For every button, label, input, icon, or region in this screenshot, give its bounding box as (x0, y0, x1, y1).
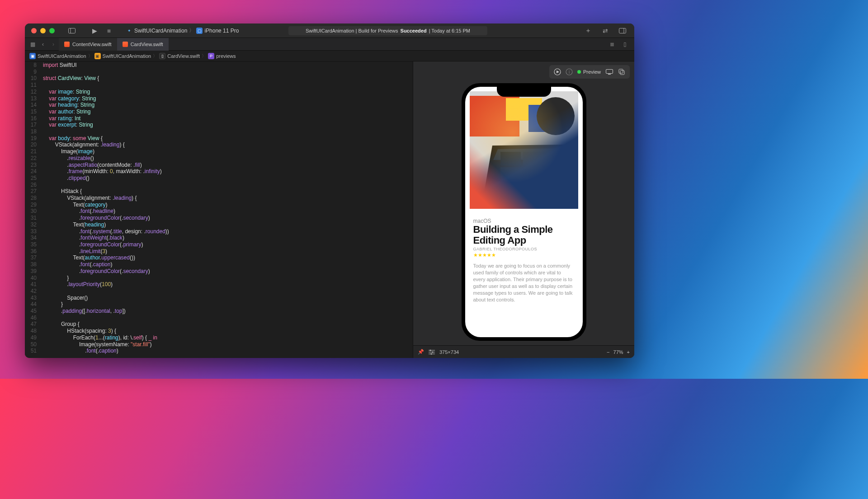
svg-rect-13 (470, 96, 519, 137)
nav-forward[interactable]: › (48, 39, 58, 49)
device-name: iPhone 11 Pro (204, 28, 239, 34)
svg-point-30 (431, 353, 432, 354)
toggle-inspector-icon[interactable] (617, 25, 628, 36)
tab-label: ContentView.swift (72, 42, 112, 47)
line-gutter: 8 9 10 11 12 13 14 15 16 17 18 19 20 21 … (25, 62, 40, 354)
path-bar[interactable]: ▣SwiftUICardAnimation〉 ▣SwiftUICardAnima… (25, 51, 634, 61)
xcode-window: ▶ ■ ✦ SwiftUICardAnimation 〉 ▢ iPhone 11… (25, 24, 634, 358)
titlebar: ▶ ■ ✦ SwiftUICardAnimation 〉 ▢ iPhone 11… (25, 24, 634, 38)
card-author: GABRIEL THEODOROPOULOS (473, 247, 575, 251)
svg-marker-24 (535, 194, 547, 202)
svg-rect-0 (69, 28, 75, 33)
svg-rect-21 (500, 167, 561, 181)
tab-bar: ▦ ‹ › ContentView.swiftCardView.swift ≣ … (25, 38, 634, 51)
project-icon: ▣ (29, 53, 36, 59)
property-icon: P (208, 53, 214, 59)
preview-canvas[interactable]: macOS Building a Simple Editing App GABR… (413, 79, 634, 345)
svg-rect-12 (470, 91, 578, 209)
run-button[interactable]: ▶ (89, 25, 100, 36)
preview-device-icon[interactable] (605, 69, 613, 75)
preview-duplicate-icon[interactable] (618, 68, 625, 75)
svg-point-28 (430, 349, 431, 351)
app-icon: ✦ (126, 28, 132, 34)
activity-status: SwiftUICardAnimation | Build for Preview… (288, 26, 487, 35)
library-button[interactable]: ＋ (583, 25, 594, 36)
iphone-frame: macOS Building a Simple Editing App GABR… (462, 83, 586, 341)
adjust-editor-icon[interactable]: ≣ (607, 39, 617, 49)
card-excerpt: Today we are going to focus on a commonl… (473, 263, 575, 303)
stop-button[interactable]: ■ (104, 25, 114, 36)
swift-file-icon (123, 42, 128, 47)
pin-icon[interactable]: 📌 (418, 349, 424, 355)
svg-rect-9 (608, 74, 611, 75)
zoom-level: 77% (613, 349, 623, 355)
svg-text:i: i (569, 70, 570, 75)
svg-rect-14 (506, 98, 542, 121)
svg-point-16 (537, 97, 575, 135)
card-image (470, 91, 578, 209)
svg-marker-23 (491, 192, 571, 196)
svg-marker-5 (557, 71, 559, 73)
card-category: macOS (473, 218, 575, 224)
code-review-icon[interactable]: ⇄ (600, 25, 611, 36)
zoom-out-icon[interactable]: − (607, 349, 609, 355)
tab-label: CardView.swift (131, 42, 163, 47)
zoom-window[interactable] (49, 28, 55, 33)
editor-tab[interactable]: ContentView.swift (59, 38, 117, 51)
close-window[interactable] (31, 28, 37, 33)
preview-inspect-icon[interactable]: i (566, 68, 573, 75)
related-items-icon[interactable]: ▦ (28, 39, 38, 49)
preview-play-icon[interactable] (554, 68, 561, 75)
card-body: macOS Building a Simple Editing App GABR… (465, 209, 583, 306)
svg-rect-8 (606, 70, 613, 74)
editor-tab[interactable]: CardView.swift (117, 38, 169, 51)
folder-icon: ▣ (94, 53, 101, 59)
device-notch (497, 85, 551, 97)
preview-pane: i Preview (413, 61, 634, 358)
card-heading: Building a Simple Editing App (473, 224, 575, 246)
svg-marker-22 (483, 190, 578, 200)
file-icon: ▯ (159, 53, 165, 59)
preview-toolbar: i Preview (549, 65, 630, 79)
scheme-name: SwiftUICardAnimation (134, 28, 187, 34)
svg-marker-18 (493, 148, 566, 160)
svg-point-29 (432, 351, 434, 353)
svg-rect-15 (528, 105, 560, 132)
preview-dims: 375×734 (439, 349, 459, 355)
svg-rect-2 (619, 28, 626, 33)
device-icon: ▢ (196, 28, 203, 34)
zoom-in-icon[interactable]: + (627, 349, 630, 355)
scheme-selector[interactable]: ✦ SwiftUICardAnimation 〉 ▢ iPhone 11 Pro (126, 27, 239, 34)
svg-rect-19 (500, 152, 521, 165)
nav-back[interactable]: ‹ (38, 39, 48, 49)
code-editor[interactable]: 8 9 10 11 12 13 14 15 16 17 18 19 20 21 … (25, 61, 413, 358)
svg-marker-17 (484, 145, 573, 192)
svg-rect-11 (620, 71, 624, 75)
svg-rect-20 (523, 152, 561, 165)
add-editor-icon[interactable]: ▯ (620, 39, 630, 49)
toggle-navigator-icon[interactable] (66, 25, 77, 36)
svg-rect-10 (619, 69, 623, 73)
card-rating: ★★★★★ (473, 252, 575, 258)
preview-status-bar: 📌 375×734 − 77% + (413, 345, 634, 358)
options-icon[interactable] (429, 349, 435, 355)
preview-live-button[interactable]: Preview (577, 69, 601, 75)
swift-file-icon (64, 42, 70, 47)
live-dot-icon (577, 70, 581, 74)
minimize-window[interactable] (40, 28, 46, 33)
